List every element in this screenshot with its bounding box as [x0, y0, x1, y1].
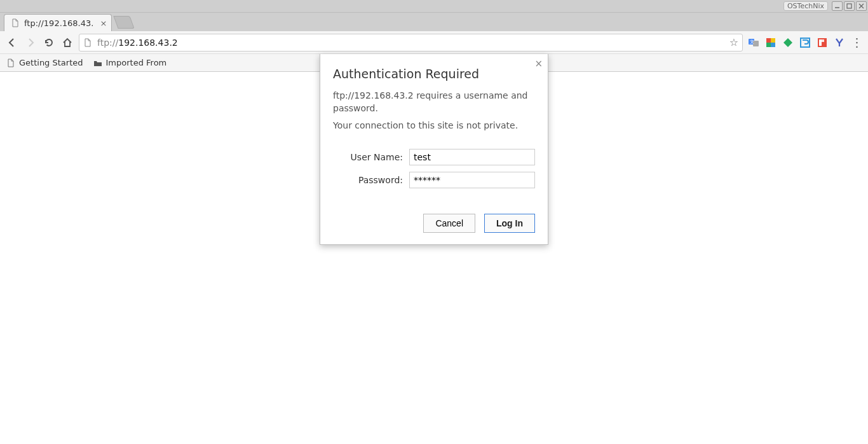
puzzle-extension-icon[interactable] — [764, 36, 777, 49]
flipboard-extension-icon[interactable] — [816, 36, 829, 49]
bookmark-getting-started[interactable]: Getting Started — [6, 58, 83, 67]
svg-rect-13 — [819, 39, 822, 46]
dialog-title: Authentication Required — [333, 67, 535, 81]
svg-rect-9 — [766, 43, 771, 47]
browser-toolbar: ftp://192.168.43.2 ☆ 文 ⋮ — [0, 31, 868, 54]
bookmark-label: Imported From — [106, 58, 167, 67]
svg-text:文: 文 — [750, 39, 754, 45]
tab-title: ftp://192.168.43. — [24, 18, 93, 28]
translate-extension-icon[interactable]: 文 — [747, 36, 760, 49]
tab-close-button[interactable]: × — [100, 18, 107, 28]
watermark-label: OSTechNix — [783, 1, 828, 11]
window-close-button[interactable] — [856, 1, 867, 11]
yahoo-extension-icon[interactable] — [833, 36, 846, 49]
window-titlebar: OSTechNix — [0, 0, 868, 13]
auth-form: User Name: Password: — [333, 149, 535, 188]
svg-rect-1 — [847, 4, 851, 8]
login-button[interactable]: Log In — [484, 214, 535, 233]
svg-rect-10 — [771, 43, 775, 47]
window-minimize-button[interactable] — [832, 1, 843, 11]
reload-button[interactable] — [42, 36, 56, 50]
password-row: Password: — [333, 172, 535, 188]
svg-rect-7 — [766, 38, 771, 43]
dialog-actions: Cancel Log In — [333, 214, 535, 233]
bookmark-label: Getting Started — [19, 58, 83, 67]
page-icon — [6, 59, 15, 67]
username-input[interactable] — [409, 149, 535, 165]
dialog-warning: Your connection to this site is not priv… — [333, 120, 535, 132]
new-tab-button[interactable] — [114, 16, 135, 29]
svg-rect-14 — [822, 39, 824, 42]
folder-icon — [93, 59, 102, 67]
address-bar[interactable]: ftp://192.168.43.2 ☆ — [79, 34, 743, 52]
file-icon — [11, 18, 20, 27]
username-label: User Name: — [333, 152, 403, 162]
username-row: User Name: — [333, 149, 535, 165]
url-host: 192.168.43.2 — [118, 38, 178, 48]
password-label: Password: — [333, 175, 403, 185]
window-maximize-button[interactable] — [844, 1, 855, 11]
tab-strip: ftp://192.168.43. × — [0, 13, 868, 31]
password-input[interactable] — [409, 172, 535, 188]
cancel-button[interactable]: Cancel — [423, 214, 475, 233]
home-button[interactable] — [60, 36, 74, 50]
dialog-message: ftp://192.168.43.2 requires a username a… — [333, 90, 535, 114]
browser-tab[interactable]: ftp://192.168.43. × — [4, 14, 112, 31]
browser-menu-button[interactable]: ⋮ — [850, 36, 863, 49]
bookmark-imported-from[interactable]: Imported From — [93, 58, 167, 67]
bluesquare-extension-icon[interactable] — [799, 36, 811, 49]
dialog-close-button[interactable]: × — [534, 58, 543, 69]
page-icon — [83, 38, 92, 47]
url-protocol: ftp:// — [97, 38, 118, 48]
back-button[interactable] — [5, 36, 19, 50]
auth-dialog: × Authentication Required ftp://192.168.… — [320, 54, 548, 245]
page-content: × Authentication Required ftp://192.168.… — [0, 72, 868, 444]
svg-rect-8 — [771, 38, 775, 43]
diamond-extension-icon[interactable] — [782, 36, 794, 49]
forward-button[interactable] — [24, 36, 37, 50]
bookmark-star-button[interactable]: ☆ — [729, 36, 738, 48]
